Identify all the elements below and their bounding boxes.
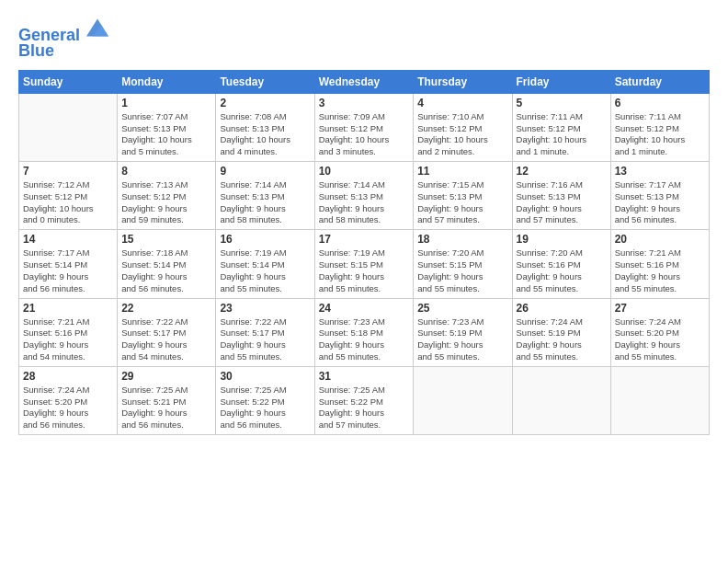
- day-number: 8: [121, 165, 211, 178]
- day-info: Sunrise: 7:19 AMSunset: 5:14 PMDaylight:…: [220, 247, 310, 294]
- day-info: Sunrise: 7:16 AMSunset: 5:13 PMDaylight:…: [517, 179, 607, 226]
- day-number: 1: [121, 97, 211, 109]
- day-info: Sunrise: 7:24 AMSunset: 5:19 PMDaylight:…: [517, 316, 607, 363]
- day-info: Sunrise: 7:17 AMSunset: 5:14 PMDaylight:…: [23, 247, 113, 294]
- calendar-cell: 12Sunrise: 7:16 AMSunset: 5:13 PMDayligh…: [512, 162, 610, 230]
- calendar-cell: 18Sunrise: 7:20 AMSunset: 5:15 PMDayligh…: [414, 230, 512, 298]
- day-info: Sunrise: 7:25 AMSunset: 5:22 PMDaylight:…: [319, 385, 410, 431]
- day-number: 30: [220, 370, 310, 383]
- calendar-cell: 11Sunrise: 7:15 AMSunset: 5:13 PMDayligh…: [414, 162, 512, 230]
- day-info: Sunrise: 7:08 AMSunset: 5:13 PMDaylight:…: [220, 111, 310, 158]
- calendar-cell: 21Sunrise: 7:21 AMSunset: 5:16 PMDayligh…: [19, 298, 118, 366]
- day-number: 31: [319, 370, 410, 383]
- day-number: 28: [23, 370, 113, 383]
- day-info: Sunrise: 7:24 AMSunset: 5:20 PMDaylight:…: [23, 385, 113, 431]
- weekday-header-friday: Friday: [512, 70, 610, 93]
- calendar-cell: 26Sunrise: 7:24 AMSunset: 5:19 PMDayligh…: [512, 298, 610, 366]
- logo: General Blue: [18, 18, 108, 61]
- weekday-header-wednesday: Wednesday: [314, 70, 414, 93]
- day-info: Sunrise: 7:14 AMSunset: 5:13 PMDaylight:…: [220, 179, 310, 226]
- calendar-cell: 20Sunrise: 7:21 AMSunset: 5:16 PMDayligh…: [610, 230, 709, 298]
- calendar-cell: 7Sunrise: 7:12 AMSunset: 5:12 PMDaylight…: [19, 162, 118, 230]
- calendar-cell: [610, 366, 709, 434]
- calendar-cell: [512, 366, 610, 434]
- day-number: 17: [319, 233, 410, 246]
- day-number: 2: [220, 97, 310, 109]
- day-info: Sunrise: 7:17 AMSunset: 5:13 PMDaylight:…: [615, 179, 705, 226]
- weekday-header-tuesday: Tuesday: [216, 70, 314, 93]
- calendar-cell: 19Sunrise: 7:20 AMSunset: 5:16 PMDayligh…: [512, 230, 610, 298]
- day-info: Sunrise: 7:09 AMSunset: 5:12 PMDaylight:…: [319, 111, 410, 158]
- calendar-cell: 28Sunrise: 7:24 AMSunset: 5:20 PMDayligh…: [19, 366, 118, 434]
- day-number: 9: [220, 165, 310, 178]
- day-info: Sunrise: 7:22 AMSunset: 5:17 PMDaylight:…: [121, 316, 211, 363]
- calendar-cell: 3Sunrise: 7:09 AMSunset: 5:12 PMDaylight…: [314, 93, 414, 161]
- day-number: 22: [121, 302, 211, 315]
- calendar-cell: 10Sunrise: 7:14 AMSunset: 5:13 PMDayligh…: [314, 162, 414, 230]
- calendar-week-2: 7Sunrise: 7:12 AMSunset: 5:12 PMDaylight…: [19, 162, 710, 230]
- calendar-week-4: 21Sunrise: 7:21 AMSunset: 5:16 PMDayligh…: [19, 298, 710, 366]
- calendar-cell: 31Sunrise: 7:25 AMSunset: 5:22 PMDayligh…: [314, 366, 414, 434]
- calendar-cell: 23Sunrise: 7:22 AMSunset: 5:17 PMDayligh…: [216, 298, 314, 366]
- header: General Blue: [18, 18, 710, 61]
- calendar-cell: 14Sunrise: 7:17 AMSunset: 5:14 PMDayligh…: [19, 230, 118, 298]
- day-info: Sunrise: 7:15 AMSunset: 5:13 PMDaylight:…: [417, 179, 507, 226]
- logo-icon: [86, 17, 108, 39]
- day-info: Sunrise: 7:11 AMSunset: 5:12 PMDaylight:…: [615, 111, 705, 158]
- day-info: Sunrise: 7:12 AMSunset: 5:12 PMDaylight:…: [23, 179, 113, 226]
- calendar-week-3: 14Sunrise: 7:17 AMSunset: 5:14 PMDayligh…: [19, 230, 710, 298]
- day-info: Sunrise: 7:20 AMSunset: 5:15 PMDaylight:…: [417, 247, 507, 294]
- calendar-cell: 22Sunrise: 7:22 AMSunset: 5:17 PMDayligh…: [118, 298, 216, 366]
- day-info: Sunrise: 7:19 AMSunset: 5:15 PMDaylight:…: [319, 247, 410, 294]
- day-info: Sunrise: 7:11 AMSunset: 5:12 PMDaylight:…: [517, 111, 607, 158]
- day-number: 12: [517, 165, 607, 178]
- calendar-cell: 25Sunrise: 7:23 AMSunset: 5:19 PMDayligh…: [414, 298, 512, 366]
- weekday-header-thursday: Thursday: [414, 70, 512, 93]
- day-number: 5: [517, 97, 607, 109]
- day-info: Sunrise: 7:25 AMSunset: 5:21 PMDaylight:…: [121, 385, 211, 431]
- day-number: 15: [121, 233, 211, 246]
- day-info: Sunrise: 7:10 AMSunset: 5:12 PMDaylight:…: [417, 111, 507, 158]
- calendar-week-1: 1Sunrise: 7:07 AMSunset: 5:13 PMDaylight…: [19, 93, 710, 161]
- day-info: Sunrise: 7:18 AMSunset: 5:14 PMDaylight:…: [121, 247, 211, 294]
- calendar-cell: [414, 366, 512, 434]
- day-number: 18: [417, 233, 507, 246]
- calendar-table: SundayMondayTuesdayWednesdayThursdayFrid…: [18, 70, 710, 435]
- calendar-cell: 15Sunrise: 7:18 AMSunset: 5:14 PMDayligh…: [118, 230, 216, 298]
- day-info: Sunrise: 7:21 AMSunset: 5:16 PMDaylight:…: [615, 247, 705, 294]
- day-number: 4: [417, 97, 507, 109]
- day-info: Sunrise: 7:20 AMSunset: 5:16 PMDaylight:…: [517, 247, 607, 294]
- day-number: 29: [121, 370, 211, 383]
- calendar-cell: 4Sunrise: 7:10 AMSunset: 5:12 PMDaylight…: [414, 93, 512, 161]
- day-info: Sunrise: 7:23 AMSunset: 5:18 PMDaylight:…: [319, 316, 410, 363]
- calendar-cell: 13Sunrise: 7:17 AMSunset: 5:13 PMDayligh…: [610, 162, 709, 230]
- calendar-cell: 17Sunrise: 7:19 AMSunset: 5:15 PMDayligh…: [314, 230, 414, 298]
- calendar-cell: [19, 93, 118, 161]
- calendar-cell: 29Sunrise: 7:25 AMSunset: 5:21 PMDayligh…: [118, 366, 216, 434]
- day-info: Sunrise: 7:07 AMSunset: 5:13 PMDaylight:…: [121, 111, 211, 158]
- day-number: 14: [23, 233, 113, 246]
- calendar-cell: 5Sunrise: 7:11 AMSunset: 5:12 PMDaylight…: [512, 93, 610, 161]
- day-info: Sunrise: 7:25 AMSunset: 5:22 PMDaylight:…: [220, 385, 310, 431]
- day-info: Sunrise: 7:14 AMSunset: 5:13 PMDaylight:…: [319, 179, 410, 226]
- day-number: 25: [417, 302, 507, 315]
- day-info: Sunrise: 7:24 AMSunset: 5:20 PMDaylight:…: [615, 316, 705, 363]
- day-number: 21: [23, 302, 113, 315]
- day-number: 16: [220, 233, 310, 246]
- day-number: 6: [615, 97, 705, 109]
- calendar-cell: 16Sunrise: 7:19 AMSunset: 5:14 PMDayligh…: [216, 230, 314, 298]
- weekday-header-monday: Monday: [118, 70, 216, 93]
- day-number: 24: [319, 302, 410, 315]
- day-number: 23: [220, 302, 310, 315]
- day-info: Sunrise: 7:23 AMSunset: 5:19 PMDaylight:…: [417, 316, 507, 363]
- calendar-week-5: 28Sunrise: 7:24 AMSunset: 5:20 PMDayligh…: [19, 366, 710, 434]
- day-number: 10: [319, 165, 410, 178]
- day-number: 20: [615, 233, 705, 246]
- day-number: 13: [615, 165, 705, 178]
- calendar-cell: 30Sunrise: 7:25 AMSunset: 5:22 PMDayligh…: [216, 366, 314, 434]
- calendar-cell: 8Sunrise: 7:13 AMSunset: 5:12 PMDaylight…: [118, 162, 216, 230]
- day-number: 3: [319, 97, 410, 109]
- calendar-cell: 24Sunrise: 7:23 AMSunset: 5:18 PMDayligh…: [314, 298, 414, 366]
- weekday-header-saturday: Saturday: [610, 70, 709, 93]
- calendar-cell: 1Sunrise: 7:07 AMSunset: 5:13 PMDaylight…: [118, 93, 216, 161]
